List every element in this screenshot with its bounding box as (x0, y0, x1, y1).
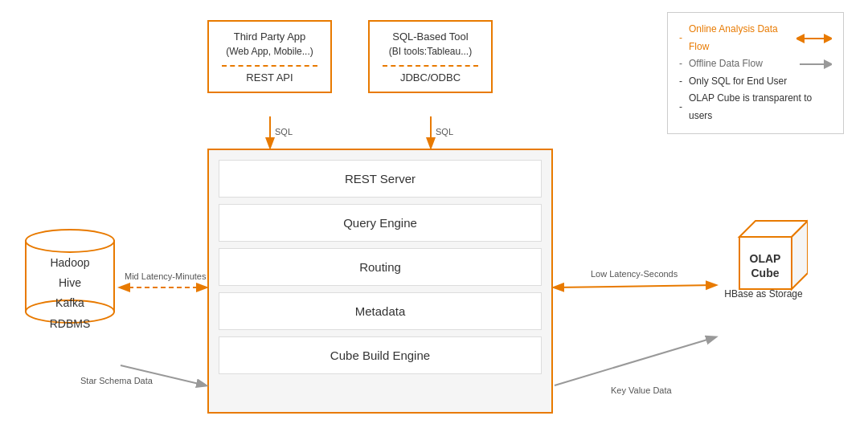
sql-label-1: SQL (275, 127, 293, 137)
svg-text:Cube: Cube (751, 267, 780, 279)
legend-offline-label: Offline Data Flow (689, 55, 790, 73)
sql-label-2: SQL (436, 127, 453, 137)
legend-sql-label: Only SQL for End User (689, 73, 787, 91)
low-latency-label: Low Latency-Seconds (591, 269, 678, 279)
hadoop-line3: Kafka (24, 293, 116, 313)
legend-sql-dash: - (679, 73, 682, 91)
main-engine-box: REST Server Query Engine Routing Metadat… (207, 149, 553, 414)
legend-olap-label: OLAP Cube is transparent to users (689, 90, 832, 124)
hadoop-line2: Hive (24, 273, 116, 293)
sql-tool-box: SQL-Based Tool(BI tools:Tableau...) JDBC… (368, 20, 493, 93)
query-engine-row: Query Engine (219, 204, 542, 242)
query-engine-label: Query Engine (343, 216, 417, 230)
hadoop-box: Hadoop Hive Kafka RDBMS (24, 225, 113, 321)
legend-offline: - Offline Data Flow (679, 55, 832, 73)
legend-online-arrow (796, 34, 832, 43)
legend-offline-arrow (796, 59, 832, 69)
metadata-row: Metadata (219, 292, 542, 330)
routing-label: Routing (359, 260, 401, 274)
metadata-label: Metadata (355, 304, 406, 318)
legend-sql: - Only SQL for End User (679, 73, 832, 91)
cube-build-row: Cube Build Engine (219, 336, 542, 374)
sql-tool-title: SQL-Based Tool(BI tools:Tableau...) (383, 30, 478, 59)
routing-row: Routing (219, 248, 542, 286)
star-schema-arrow (121, 365, 206, 385)
legend-offline-dash: - (679, 55, 682, 73)
rest-server-label: REST Server (345, 172, 416, 185)
star-schema-label: Star Schema Data (80, 376, 154, 385)
svg-point-4 (26, 230, 114, 252)
olap-box: OLAP Cube HBase as Storage (715, 213, 812, 300)
legend-online-dash: - (679, 30, 682, 47)
legend-olap: - OLAP Cube is transparent to users (679, 90, 832, 124)
jdbc-label: JDBC/ODBC (383, 65, 478, 84)
rest-api-label: REST API (222, 65, 317, 84)
olap-cube-shape: OLAP Cube (727, 213, 800, 285)
third-party-title: Third Party App(Web App, Mobile...) (222, 30, 317, 59)
cube-build-label: Cube Build Engine (330, 349, 430, 362)
key-value-label: Key Value Data (611, 385, 673, 395)
legend-olap-dash: - (679, 99, 682, 116)
legend-online: - Online Analysis Data Flow (679, 21, 832, 55)
legend-online-label: Online Analysis Data Flow (689, 21, 790, 55)
hadoop-line4: RDBMS (24, 314, 116, 334)
hadoop-line1: Hadoop (24, 253, 116, 273)
svg-text:OLAP: OLAP (750, 252, 781, 265)
third-party-box: Third Party App(Web App, Mobile...) REST… (207, 20, 332, 93)
architecture-diagram: - Online Analysis Data Flow - Offline Da… (0, 0, 868, 428)
low-latency-arrow (555, 285, 715, 287)
key-value-arrow (555, 337, 715, 385)
rest-server-row: REST Server (219, 160, 542, 198)
legend-box: - Online Analysis Data Flow - Offline Da… (667, 12, 844, 134)
mid-latency-label: Mid Latency-Minutes (125, 271, 207, 281)
